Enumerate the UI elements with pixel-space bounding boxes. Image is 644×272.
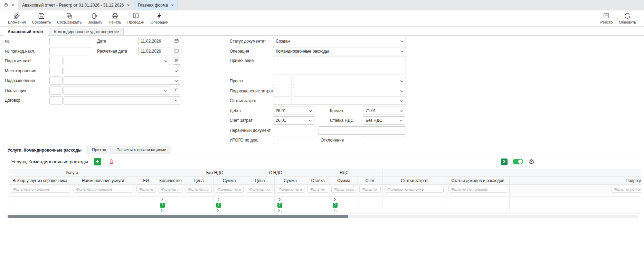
column-header[interactable]: Сумма [330,176,358,185]
trash-icon [108,161,114,166]
tab-receipt[interactable]: Приход [87,146,111,154]
close-icon[interactable]: × [127,3,130,8]
column-filter-input[interactable] [385,186,444,193]
cost-item-select[interactable] [293,97,406,105]
window-tab-registry[interactable]: Авансовый отчет - Реестр от 01.01.2026 -… [18,0,134,10]
accountable-tree-button[interactable] [173,57,180,65]
column-header[interactable]: Цена [245,176,275,185]
document-number-input[interactable] [49,37,90,45]
department-code-input[interactable] [49,76,63,85]
column-header[interactable]: ЕИ [135,176,157,185]
tab-travel-certificate[interactable]: Командировочное удостоверение [49,28,124,35]
close-icon[interactable]: × [171,3,174,8]
column-filter-input[interactable] [331,186,356,193]
save-button[interactable]: Сохранить [29,12,54,25]
registry-button[interactable]: Реестр [597,12,616,25]
column-filter-input[interactable] [247,186,273,193]
column-header[interactable]: Статьи доходов и расходов [446,176,510,185]
project-code-input[interactable] [273,77,292,85]
sum-selected-button[interactable]: Σ [216,203,221,208]
sum-button[interactable]: Σ [333,197,338,202]
save-close-button[interactable]: Сохр.Закрыть [54,12,85,25]
sum-total-button[interactable]: Σт [216,208,221,213]
sum-total-button[interactable]: Σт [160,208,165,213]
delete-row-button[interactable] [108,158,114,165]
sum-button[interactable]: Σ [216,197,221,202]
supplier-code-input[interactable] [49,87,63,95]
cost-account-select[interactable]: 26.01 [273,116,314,125]
attachments-button[interactable]: Вложения [5,12,29,25]
column-header[interactable]: Выбор услуг из справочника [9,176,71,185]
close-button[interactable]: Закрыть [85,12,105,25]
scrollbar-thumb[interactable] [8,215,348,218]
sum-total-button[interactable]: Σт [277,208,283,213]
horizontal-scrollbar[interactable] [6,215,638,218]
postings-button[interactable]: Проводки [124,12,148,25]
cost-department-code-input[interactable] [273,87,292,95]
project-select[interactable] [293,77,406,85]
contract-select[interactable] [64,96,180,105]
column-filter-input[interactable] [186,186,212,193]
operations-button[interactable]: Операции [148,12,171,25]
storage-code-input[interactable] [49,67,63,75]
accountable-select[interactable] [64,57,170,65]
cost-department-select[interactable] [293,87,406,95]
column-header[interactable]: Цена [184,176,214,185]
column-header[interactable]: Статья затрат [382,176,446,185]
note-textarea[interactable] [273,56,406,74]
sum-button[interactable]: Σ [160,197,165,202]
sum-button[interactable]: Σ [277,197,283,202]
column-header[interactable]: Сумма [214,176,245,185]
close-icon[interactable]: × [11,3,14,8]
vat-rate-select[interactable]: Без НДС [363,116,405,125]
tab-advance-report[interactable]: Авансовый отчет [3,28,48,36]
status-select[interactable]: Создан [273,37,406,45]
invoice-number-input[interactable] [49,47,90,55]
gear-icon[interactable]: ⚙ [529,158,534,165]
column-header[interactable]: Ставка [306,176,330,185]
sum-selected-button[interactable]: Σ [160,203,165,208]
department-select[interactable] [64,76,180,85]
window-tab-pinned[interactable]: × [0,0,18,10]
date-field[interactable]: 11.02.2026 [138,37,181,45]
column-header[interactable]: Сумма [275,176,306,185]
storage-select[interactable] [64,67,180,75]
column-header[interactable]: Наименование услуги [71,176,135,185]
refresh-button[interactable]: Обновить [616,12,639,25]
primary-document-input[interactable] [319,126,406,135]
sum-selected-button[interactable]: Σ [277,203,282,208]
contract-code-input[interactable] [49,96,63,105]
column-header[interactable]: Подразделение [510,176,641,185]
column-filter-input[interactable] [74,186,132,193]
deviation-input[interactable] [363,136,405,144]
tab-org-settlements[interactable]: Расчеты с организациями [112,146,171,154]
column-filter-input[interactable] [159,186,182,193]
accountable-code-input[interactable] [49,57,63,65]
sum-selected-button[interactable]: Σ [333,203,338,208]
column-filter-input[interactable] [215,186,244,193]
column-filter-input[interactable] [307,186,328,193]
excel-export-button[interactable]: X [501,158,508,165]
column-header[interactable]: Количество [157,176,184,185]
sum-total-button[interactable]: Σт [333,208,338,213]
grid-view-toggle[interactable] [513,159,523,164]
column-filter-input[interactable] [359,186,381,193]
debit-select[interactable]: 26.01 [273,107,314,115]
supplier-tree-button[interactable] [173,87,180,94]
print-button[interactable]: Печать [106,12,124,25]
cost-item-code-input[interactable] [273,97,292,105]
calc-date-field[interactable]: 11.02.2026 [138,47,181,55]
add-row-button[interactable]: + [94,158,101,165]
credit-select[interactable]: 71.01 [363,107,405,115]
operation-select[interactable]: Командировочные расходы [273,47,406,55]
column-filter-input[interactable] [136,186,155,193]
supplier-select[interactable] [64,87,170,95]
column-header[interactable]: Счет [358,176,382,185]
window-tab-main-form[interactable]: Главная форма × [134,0,178,10]
document-total-input[interactable] [273,136,316,144]
column-filter-input[interactable] [612,186,641,193]
tab-services[interactable]: Услуги, Командировочные расходы [3,146,86,154]
column-filter-input[interactable] [276,186,304,193]
column-filter-input[interactable] [448,186,507,193]
column-filter-input[interactable] [11,186,69,193]
